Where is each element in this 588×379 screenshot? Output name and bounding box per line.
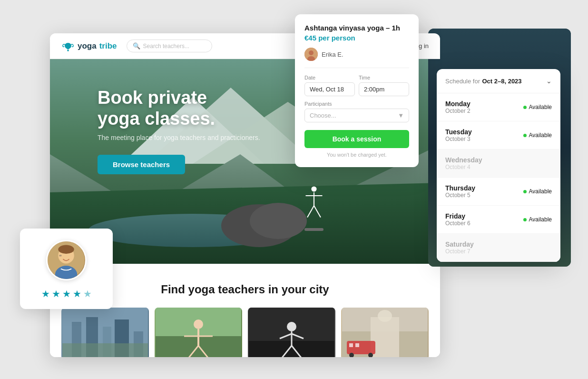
modal-teacher: Erika E. [304, 48, 409, 61]
schedule-range: Oct 2–8, 2023 [482, 78, 521, 85]
svg-point-24 [194, 319, 203, 329]
svg-point-10 [311, 186, 316, 191]
thursday-availability: Available [523, 188, 552, 195]
svg-rect-14 [304, 228, 323, 231]
teacher-avatar [304, 48, 318, 61]
svg-point-31 [287, 322, 296, 331]
day-name-monday: Monday [445, 100, 470, 108]
date-label: Date [304, 75, 355, 80]
schedule-header-text: Schedule for Oct 2–8, 2023 [445, 77, 522, 85]
city-images [61, 308, 429, 357]
search-icon: 🔍 [133, 42, 140, 50]
day-name-tuesday: Tuesday [445, 128, 472, 136]
book-session-button[interactable]: Book a session [304, 130, 409, 148]
schedule-day-saturday[interactable]: Saturday October 7 [437, 234, 560, 262]
search-bar[interactable]: 🔍 Search teachers... [127, 40, 212, 52]
tuesday-available-label: Available [529, 132, 552, 139]
svg-rect-52 [59, 255, 62, 257]
schedule-header: Schedule for Oct 2–8, 2023 ⌄ [437, 69, 560, 93]
modal-price: €45 per person [304, 34, 409, 42]
schedule-day-wednesday[interactable]: Wednesday October 4 [437, 150, 560, 178]
schedule-day-tuesday[interactable]: Tuesday October 3 Available [437, 121, 560, 150]
day-name-friday: Friday [445, 212, 470, 220]
svg-point-47 [309, 50, 314, 55]
schedule-day-monday[interactable]: Monday October 2 Available [437, 93, 560, 121]
svg-rect-42 [349, 343, 353, 347]
star-4: ★ [73, 288, 81, 299]
day-date-tuesday: October 3 [445, 136, 472, 142]
hero-title: Book private yoga classes. [98, 88, 260, 129]
city-image-4[interactable] [341, 308, 429, 357]
browse-teachers-button[interactable]: Browse teachers [98, 155, 185, 174]
star-2: ★ [52, 288, 60, 299]
svg-rect-41 [347, 341, 375, 354]
participants-placeholder: Choose... [310, 112, 336, 119]
city-section-title: Find yoga teachers in your city [61, 283, 429, 296]
svg-rect-43 [355, 343, 359, 347]
modal-note: You won't be charged yet. [304, 152, 409, 158]
logo-icon [61, 41, 75, 51]
schedule-day-thursday[interactable]: Thursday October 5 Available [437, 178, 560, 206]
day-date-friday: October 6 [445, 220, 470, 227]
profile-avatar [46, 240, 87, 280]
participants-select[interactable]: Choose... ▼ [304, 109, 409, 122]
participants-label: Participants [304, 101, 409, 107]
teacher-name: Erika E. [322, 51, 343, 58]
city-image-2[interactable] [155, 308, 242, 357]
star-5-half: ★ [83, 288, 92, 299]
day-date-monday: October 2 [445, 108, 470, 114]
thursday-dot [523, 190, 527, 193]
time-label: Time [359, 75, 409, 80]
select-chevron-icon: ▼ [398, 112, 404, 119]
monday-availability: Available [523, 104, 552, 110]
svg-point-8 [250, 203, 307, 239]
star-rating: ★ ★ ★ ★ ★ [41, 288, 92, 299]
monday-dot [523, 106, 527, 109]
friday-availability: Available [523, 216, 552, 223]
tuesday-dot [523, 134, 527, 137]
day-date-saturday: October 7 [445, 248, 474, 255]
city-image-1[interactable] [61, 308, 149, 357]
profile-card: ★ ★ ★ ★ ★ [20, 229, 113, 309]
modal-divider [304, 68, 409, 68]
hero-subtitle: The meeting place for yoga teachers and … [98, 134, 260, 141]
friday-available-label: Available [529, 216, 552, 223]
logo-yoga-text: yoga [78, 41, 97, 51]
friday-dot [523, 218, 527, 221]
time-input[interactable]: 2:00pm [359, 82, 409, 96]
day-name-saturday: Saturday [445, 240, 474, 248]
svg-rect-40 [378, 310, 392, 322]
star-1: ★ [41, 288, 50, 299]
svg-point-51 [58, 245, 74, 254]
day-date-wednesday: October 4 [445, 164, 482, 170]
monday-available-label: Available [529, 104, 552, 110]
tuesday-availability: Available [523, 132, 552, 139]
day-name-thursday: Thursday [445, 184, 475, 192]
date-input[interactable]: Wed, Oct 18 [304, 82, 355, 96]
day-date-thursday: October 5 [445, 192, 475, 199]
schedule-for-label: Schedule for [445, 78, 480, 85]
svg-rect-21 [62, 343, 148, 357]
schedule-panel: Schedule for Oct 2–8, 2023 ⌄ Monday Octo… [437, 69, 560, 262]
star-3: ★ [62, 288, 71, 299]
logo-tribe-text: tribe [99, 41, 117, 51]
booking-modal: Ashtanga vinyasa yoga – 1h €45 per perso… [295, 14, 419, 167]
day-name-wednesday: Wednesday [445, 156, 482, 164]
thursday-available-label: Available [529, 188, 552, 195]
schedule-dropdown-icon[interactable]: ⌄ [546, 77, 552, 85]
modal-session-title: Ashtanga vinyasa yoga – 1h [304, 24, 409, 32]
logo[interactable]: yogatribe [61, 41, 117, 51]
city-image-3[interactable] [248, 308, 335, 357]
hero-content: Book private yoga classes. The meeting p… [98, 88, 260, 174]
search-placeholder: Search teachers... [143, 43, 189, 50]
schedule-day-friday[interactable]: Friday October 6 Available [437, 206, 560, 234]
date-time-row: Date Wed, Oct 18 Time 2:00pm [304, 75, 409, 96]
